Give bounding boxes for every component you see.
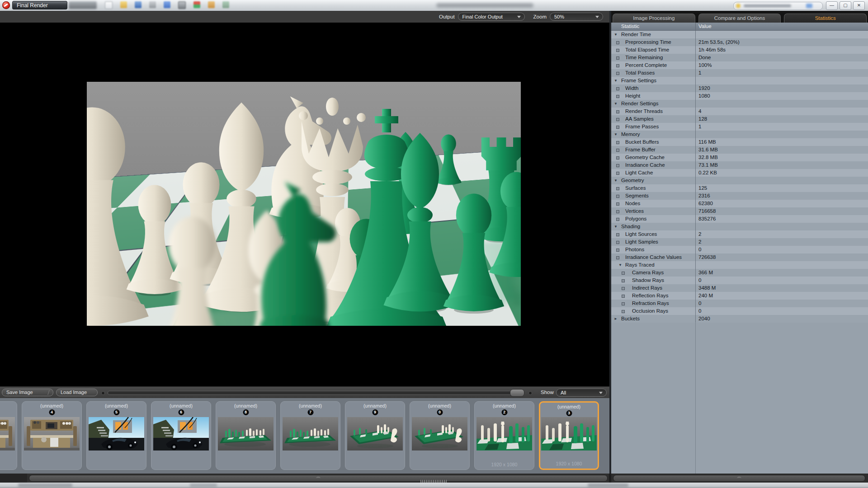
tree-node-icon xyxy=(616,202,619,206)
zoom-dropdown[interactable]: 50% xyxy=(550,13,603,21)
zoom-value: 50% xyxy=(554,14,564,19)
tree-node-icon xyxy=(616,64,619,67)
thumbnail-image-chess-close xyxy=(476,417,532,450)
triangle-expanded-icon[interactable]: ▼ xyxy=(614,31,618,38)
share-icon[interactable] xyxy=(164,1,170,8)
stat-label: Render Threads xyxy=(625,108,663,114)
zoom-label: Zoom xyxy=(533,14,547,19)
layout-icon[interactable] xyxy=(178,1,186,9)
triangle-collapsed-icon[interactable]: ► xyxy=(614,315,618,323)
stat-label: Geometry xyxy=(621,178,644,183)
thumbnail-tile[interactable]: (unnamed) xyxy=(0,401,17,470)
thumbnail-image-chess-tilt xyxy=(412,417,467,450)
thumbnail-label: (unnamed) xyxy=(87,403,146,408)
stat-value xyxy=(695,77,868,84)
stat-row: Reflection Rays240 M xyxy=(611,292,868,300)
thumbnail-tile-3[interactable]: (unnamed)31920 x 1080 xyxy=(539,401,599,470)
tree-node-icon xyxy=(616,195,619,198)
show-label: Show xyxy=(541,389,554,395)
thumbnail-tile-9[interactable]: (unnamed)9 xyxy=(345,401,405,470)
close-button[interactable]: ✕ xyxy=(853,1,865,10)
thumbnail-image-kitchen xyxy=(0,417,15,450)
tree-node-icon xyxy=(616,164,619,167)
render-icon[interactable] xyxy=(193,1,200,8)
thumbnail-image-car xyxy=(153,417,209,450)
thumbnail-tile-8[interactable]: (unnamed)8 xyxy=(216,401,276,470)
maximize-button[interactable]: ▢ xyxy=(840,1,851,10)
stat-row: Vertices716658 xyxy=(611,207,868,215)
stat-label: Irradiance Cache Values xyxy=(625,254,682,260)
chevron-down-icon xyxy=(595,16,599,18)
materials-icon[interactable] xyxy=(208,1,215,8)
window-controls: — ▢ ✕ xyxy=(826,1,865,10)
stat-row[interactable]: ▼Geometry xyxy=(611,177,868,184)
show-dropdown[interactable]: All xyxy=(556,389,607,397)
stat-label: Total Passes xyxy=(625,70,655,75)
stat-value: 0 xyxy=(695,246,868,253)
save-icon[interactable] xyxy=(135,1,142,8)
stat-row[interactable]: ▼Render Settings xyxy=(611,100,868,108)
triangle-expanded-icon[interactable]: ▼ xyxy=(614,177,618,184)
thumbnail-number-badge: 0 xyxy=(437,409,443,415)
render-canvas[interactable] xyxy=(0,23,609,386)
tab-compare-and-options[interactable]: Compare and Options xyxy=(698,14,781,23)
tab-statistics[interactable]: Statistics xyxy=(784,14,867,23)
left-scrollbar-thumb[interactable] xyxy=(29,475,608,482)
thumbnail-image-chess-tilt xyxy=(347,417,403,450)
thumbnail-tile-7[interactable]: (unnamed)7 xyxy=(280,401,340,470)
search-box[interactable] xyxy=(733,2,823,10)
stat-value: 2 xyxy=(695,230,868,238)
stat-row: Nodes62380 xyxy=(611,200,868,207)
thumbnail-tile-5[interactable]: (unnamed)5 xyxy=(86,401,146,470)
triangle-expanded-icon[interactable]: ▼ xyxy=(618,261,622,269)
triangle-expanded-icon[interactable]: ▼ xyxy=(614,100,618,108)
tree-node-icon xyxy=(616,41,619,44)
thumbnail-tile-4[interactable]: (unnamed)4 xyxy=(22,401,82,470)
stat-row[interactable]: ►Buckets2040 xyxy=(611,315,868,323)
scrollbar-corner-block xyxy=(0,474,27,483)
save-image-button[interactable]: Save Image xyxy=(2,389,53,396)
stat-row[interactable]: ▼Memory xyxy=(611,131,868,138)
stat-label: Vertices xyxy=(625,208,644,214)
load-image-button[interactable]: Load Image xyxy=(56,389,98,396)
tree-node-icon xyxy=(616,187,619,190)
stat-row[interactable]: ▼Render Time xyxy=(611,31,868,38)
stat-row: Light Samples2 xyxy=(611,238,868,246)
thumbnail-scroll-thumb[interactable] xyxy=(510,389,524,397)
stat-row: Polygons835276 xyxy=(611,215,868,223)
output-dropdown[interactable]: Final Color Output xyxy=(458,13,525,21)
stat-row[interactable]: ▼Rays Traced xyxy=(611,261,868,269)
tree-node-icon xyxy=(616,72,619,75)
stat-value xyxy=(695,177,868,184)
thumbnail-tile-6[interactable]: (unnamed)6 xyxy=(151,401,211,470)
open-file-icon[interactable] xyxy=(120,1,127,8)
viewport-icon[interactable] xyxy=(222,1,229,8)
stat-row: Total Elapsed Time1h 46m 58s xyxy=(611,46,868,54)
app-title: Final Render xyxy=(12,1,67,9)
thumbnail-tile-2[interactable]: (unnamed)21920 x 1080 xyxy=(474,401,534,470)
minimize-button[interactable]: — xyxy=(826,1,838,10)
triangle-expanded-icon[interactable]: ▼ xyxy=(614,77,618,84)
stat-row[interactable]: ▼Shading xyxy=(611,223,868,230)
triangle-expanded-icon[interactable]: ▼ xyxy=(614,131,618,138)
tree-node-icon xyxy=(616,241,619,244)
right-scrollbar-thumb[interactable] xyxy=(613,475,865,482)
stat-value: 3488 M xyxy=(695,284,868,292)
panel-tabs: Image Processing Compare and Options Sta… xyxy=(611,11,868,23)
print-icon[interactable] xyxy=(149,1,156,8)
stat-row[interactable]: ▼Frame Settings xyxy=(611,77,868,84)
thumbnail-tile-0[interactable]: (unnamed)0 xyxy=(410,401,470,470)
thumbnail-scroll-track[interactable] xyxy=(108,391,524,395)
thumbnail-number-badge: 7 xyxy=(307,409,313,415)
triangle-expanded-icon[interactable]: ▼ xyxy=(614,223,618,230)
output-label: Output xyxy=(439,14,455,19)
tab-image-processing[interactable]: Image Processing xyxy=(613,14,695,23)
stat-label: AA Samples xyxy=(625,116,654,122)
thumbnail-label: (unnamed) xyxy=(475,403,534,408)
stat-label: Frame Buffer xyxy=(625,147,656,152)
thumbnail-label: (unnamed) xyxy=(410,403,469,408)
new-file-icon[interactable] xyxy=(105,1,113,9)
thumbnail-image-chess-far xyxy=(283,417,338,450)
stat-row: Bucket Buffers116 MB xyxy=(611,138,868,146)
stat-value: 0 xyxy=(695,277,868,284)
